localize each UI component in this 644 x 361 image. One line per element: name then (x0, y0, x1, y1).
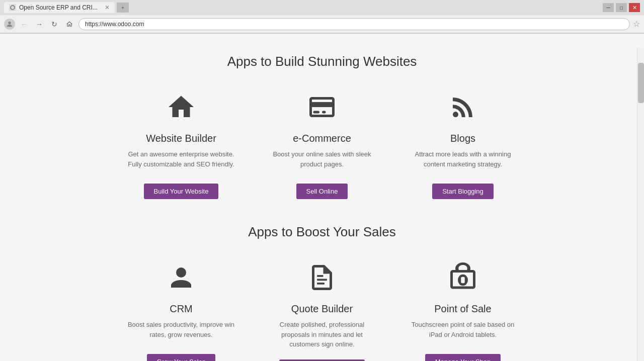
scrollbar[interactable] (637, 48, 644, 361)
blogs-btn[interactable]: Start Blogging (432, 184, 494, 199)
forward-btn[interactable]: → (33, 18, 45, 30)
house-icon (164, 89, 199, 125)
pos-desc: Touchscreen point of sale based on iPad … (408, 320, 518, 344)
minimize-btn[interactable]: ─ (603, 3, 614, 12)
svg-point-4 (176, 267, 186, 278)
svg-rect-1 (313, 111, 320, 114)
websites-section: Apps to Build Stunning Websites Website … (96, 54, 548, 199)
quote-builder-btn[interactable]: Build Quote Templates (279, 359, 365, 362)
ecommerce-desc: Boost your online sales with sleek produ… (267, 149, 377, 173)
tab-title: Open Source ERP and CRI... (19, 4, 98, 11)
home-btn[interactable] (63, 18, 75, 30)
blogs-name: Blogs (450, 133, 475, 144)
briefcase-icon (445, 260, 480, 295)
sales-apps-grid: CRM Boost sales productivity, improve wi… (106, 260, 538, 361)
blogs-card: Blogs Attract more leads with a winning … (408, 89, 518, 199)
svg-rect-9 (461, 277, 465, 284)
sales-section-title: Apps to Boost Your Sales (106, 224, 538, 240)
ecommerce-card: e-Commerce Boost your online sales with … (267, 89, 377, 199)
svg-rect-6 (317, 275, 324, 277)
crm-name: CRM (170, 303, 193, 315)
tab-close-icon[interactable]: ✕ (105, 4, 110, 11)
sales-section: Apps to Boost Your Sales CRM Boost sales… (96, 224, 548, 361)
svg-point-3 (453, 112, 458, 117)
quote-builder-desc: Create polished, professional proposals … (267, 320, 377, 349)
document-icon (304, 260, 340, 295)
svg-rect-7 (317, 283, 325, 285)
bookmark-star-icon[interactable]: ☆ (633, 19, 640, 29)
svg-rect-2 (322, 111, 326, 114)
svg-rect-5 (317, 279, 327, 281)
back-btn[interactable]: ← (18, 18, 30, 30)
quote-builder-card: Quote Builder Create polished, professio… (267, 260, 377, 361)
pos-card: Point of Sale Touchscreen point of sale … (408, 260, 518, 361)
website-builder-btn[interactable]: Build Your Website (144, 184, 219, 199)
title-bar: Open Source ERP and CRI... ✕ + ─ □ ✕ (0, 0, 644, 15)
user-avatar (4, 19, 15, 30)
ecommerce-name: e-Commerce (293, 133, 351, 144)
pos-btn[interactable]: Manage Your Shop (425, 354, 501, 361)
person-icon (164, 260, 199, 295)
crm-card: CRM Boost sales productivity, improve wi… (126, 260, 236, 361)
crm-desc: Boost sales productivity, improve win ra… (126, 320, 236, 344)
svg-point-0 (8, 21, 11, 24)
website-builder-name: Website Builder (146, 133, 216, 144)
crm-btn[interactable]: Grow Your Sales (147, 354, 216, 361)
maximize-btn[interactable]: □ (616, 3, 627, 12)
reload-btn[interactable]: ↻ (48, 18, 60, 30)
websites-section-title: Apps to Build Stunning Websites (106, 54, 538, 69)
ecommerce-btn[interactable]: Sell Online (296, 184, 348, 199)
nav-bar: ← → ↻ ☆ (0, 15, 644, 33)
website-builder-desc: Get an awesome enterprise website. Fully… (126, 149, 236, 173)
blogs-desc: Attract more leads with a winning conten… (408, 149, 518, 173)
page-content: Apps to Build Stunning Websites Website … (0, 34, 644, 361)
close-btn[interactable]: ✕ (629, 3, 640, 12)
title-bar-controls: ─ □ ✕ (603, 3, 640, 12)
scrollbar-thumb[interactable] (638, 63, 644, 103)
browser-chrome: Open Source ERP and CRI... ✕ + ─ □ ✕ ← →… (0, 0, 644, 34)
credit-card-icon (304, 89, 340, 125)
pos-name: Point of Sale (434, 303, 491, 315)
website-builder-card: Website Builder Get an awesome enterpris… (126, 89, 236, 199)
websites-apps-grid: Website Builder Get an awesome enterpris… (106, 89, 538, 199)
address-bar[interactable] (78, 18, 630, 30)
rss-icon (445, 89, 480, 125)
quote-builder-name: Quote Builder (291, 303, 353, 315)
